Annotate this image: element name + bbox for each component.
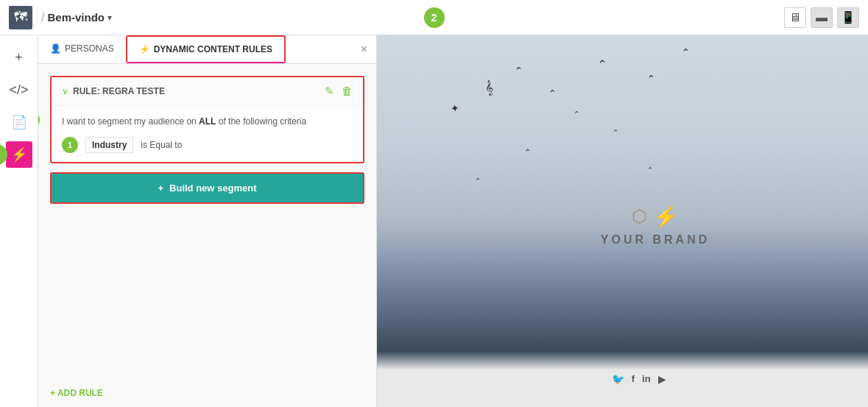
add-rule-label: ADD RULE [57,388,103,398]
bird-6: ⌃ [646,72,657,85]
device-switcher: 🖥 ▬ 📱 [784,7,859,28]
rule-toggle-icon[interactable]: ∨ [62,86,68,96]
logo-icon[interactable]: 🗺 [9,6,32,29]
rule-all-bold: ALL [199,116,216,127]
build-new-segment-button[interactable]: + Build new segment [50,172,364,204]
brand-lightning-icon: ⚡ [653,205,679,229]
breadcrumb-sep: / [41,11,44,24]
sidebar-code-icon[interactable]: </> [6,77,32,103]
rule-description: I want to segment my audience on ALL of … [62,115,353,128]
main-layout: + </> 📄 ⚡ 1 👤 PERSONAS ⚡ DYNAMIC CONTENT… [0,35,868,407]
tab-close-btn[interactable]: × [352,37,376,62]
tabs-bar: 👤 PERSONAS ⚡ DYNAMIC CONTENT RULES × [38,35,376,64]
dynamic-content-icon: ⚡ [139,44,150,54]
linkedin-icon[interactable]: in [642,373,651,385]
brand-hex-icon: ⬡ [632,206,647,227]
sidebar-page-icon[interactable]: 📄 [6,109,32,135]
step-badge-2: 2 [424,7,445,28]
segment-field-label[interactable]: Industry [85,137,133,153]
bird-1: ✦ [450,102,461,115]
add-rule-plus-icon: + [50,388,55,398]
step-badge-1: 1 [0,144,7,165]
build-segment-plus-icon: + [158,183,163,194]
build-segment-wrapper: 4 + Build new segment [50,172,364,204]
personas-icon: 👤 [50,43,61,54]
facebook-icon[interactable]: f [632,373,635,385]
rule-body: I want to segment my audience on ALL of … [52,106,363,162]
preview-area: ✦ 𝄞 ⌃ ⌃ ⌃ ⌃ ⌃ ⌃ ⌃ ⌃ ⌃ ⌃ ⬡ ⚡ YOUR BRAND 🐦… [377,35,868,407]
build-segment-label: Build new segment [169,183,256,194]
panel-content: 3 ∨ RULE: REGRA TESTE ✎ 🗑 I want to segm… [38,64,376,379]
twitter-icon[interactable]: 🐦 [612,373,624,385]
rule-delete-icon[interactable]: 🗑 [342,85,353,98]
rule-edit-icon[interactable]: ✎ [325,85,334,98]
panel: 👤 PERSONAS ⚡ DYNAMIC CONTENT RULES × 3 ∨… [38,35,377,407]
bird-8: ⌃ [573,109,580,118]
bird-11: ⌃ [646,165,654,174]
desktop-view-btn[interactable]: 🖥 [784,7,806,28]
social-icons-bar: 🐦 f in ▶ [612,373,666,385]
brand-name: YOUR BRAND [601,233,710,247]
personas-label: PERSONAS [65,43,114,54]
rule-card: 3 ∨ RULE: REGRA TESTE ✎ 🗑 I want to segm… [50,76,364,163]
tab-dynamic-content-rules[interactable]: ⚡ DYNAMIC CONTENT RULES [126,35,286,63]
page-title: Bem-vindo [47,11,105,24]
bird-3: ⌃ [513,64,524,77]
step-badge-3: 3 [38,110,40,130]
youtube-icon[interactable]: ▶ [658,373,666,385]
segment-number-badge: 1 [62,137,78,153]
title-dropdown-icon[interactable]: ▾ [107,13,112,23]
rule-header: ∨ RULE: REGRA TESTE ✎ 🗑 [52,77,363,106]
brand-area: ⬡ ⚡ YOUR BRAND [601,205,710,247]
bird-7: ⌃ [680,46,691,59]
add-rule-link[interactable]: + ADD RULE [38,379,376,407]
topbar: 🗺 / Bem-vindo ▾ 2 🖥 ▬ 📱 [0,0,868,35]
segment-row: 1 Industry is Equal to [62,137,353,153]
sidebar-icons: + </> 📄 ⚡ 1 [0,35,38,407]
sidebar-lightning-icon[interactable]: ⚡ 1 [6,141,32,168]
rule-actions: ✎ 🗑 [325,85,353,98]
mobile-view-btn[interactable]: 📱 [837,7,859,28]
tab-personas[interactable]: 👤 PERSONAS [38,36,126,63]
brand-logo: ⬡ ⚡ [601,205,710,229]
dynamic-content-label: DYNAMIC CONTENT RULES [154,44,272,54]
rule-title: RULE: REGRA TESTE [73,86,325,96]
sidebar-add-icon[interactable]: + [6,44,32,71]
segment-operator-label: is Equal to [141,140,182,150]
tablet-view-btn[interactable]: ▬ [811,7,833,28]
